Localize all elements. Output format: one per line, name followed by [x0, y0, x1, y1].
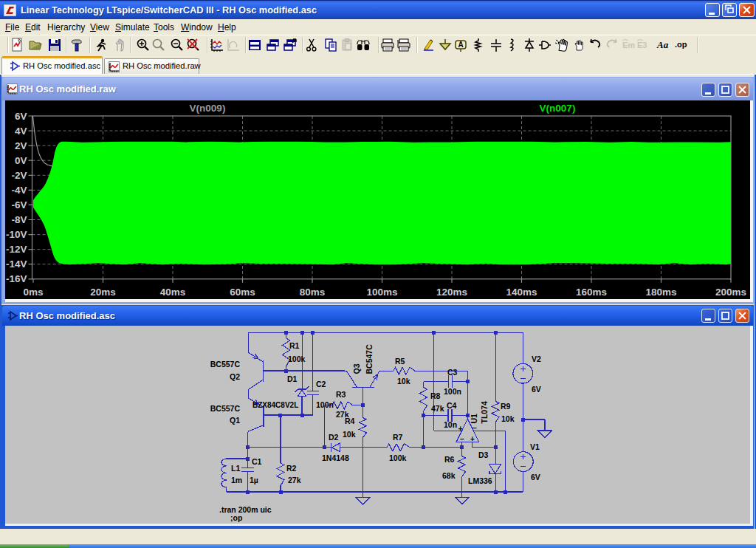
svg-text:1µ: 1µ: [250, 476, 258, 484]
svg-text:A: A: [458, 41, 463, 49]
svg-text:-4V: -4V: [11, 185, 27, 196]
svg-text:Q3: Q3: [352, 363, 361, 374]
svg-text:R1: R1: [289, 341, 300, 350]
svg-text:L1: L1: [231, 464, 240, 473]
svg-text:100ms: 100ms: [366, 287, 397, 298]
svg-text:BZX84C8V2L: BZX84C8V2L: [252, 401, 298, 409]
svg-text:R8: R8: [430, 391, 441, 400]
svg-text:6V: 6V: [532, 385, 541, 394]
svg-text:100k: 100k: [389, 453, 407, 462]
svg-text:200ms: 200ms: [715, 287, 746, 298]
svg-text:120ms: 120ms: [436, 287, 467, 298]
svg-text:D1: D1: [287, 374, 298, 383]
svg-text:Em: Em: [622, 41, 635, 49]
svg-text:-8V: -8V: [11, 214, 27, 225]
svg-text:;op: ;op: [230, 513, 242, 522]
svg-text:+: +: [458, 425, 463, 433]
svg-text:C1: C1: [252, 457, 262, 466]
svg-text:R9: R9: [501, 402, 511, 411]
svg-text:60ms: 60ms: [230, 287, 255, 298]
svg-text:0V: 0V: [15, 155, 27, 166]
svg-text:40ms: 40ms: [160, 287, 186, 298]
svg-text:47k: 47k: [431, 404, 444, 413]
svg-text:100n: 100n: [444, 387, 461, 396]
svg-text:D2: D2: [329, 433, 339, 442]
svg-text:160ms: 160ms: [576, 287, 607, 298]
svg-text:1N4148: 1N4148: [322, 453, 349, 462]
svg-text:V1: V1: [530, 442, 540, 451]
svg-text:TL074: TL074: [480, 401, 489, 424]
svg-text:6V: 6V: [15, 111, 27, 122]
svg-text:C4: C4: [447, 401, 457, 410]
svg-text:LM336: LM336: [468, 476, 492, 485]
svg-text:BC557C: BC557C: [210, 404, 241, 413]
svg-text:-16V: -16V: [6, 273, 27, 284]
svg-text:10k: 10k: [397, 377, 410, 386]
svg-text:R5: R5: [395, 357, 405, 366]
svg-text:-12V: -12V: [6, 244, 27, 255]
svg-text:20ms: 20ms: [90, 287, 116, 298]
svg-text:E3: E3: [637, 41, 647, 49]
svg-text:140ms: 140ms: [506, 287, 537, 298]
svg-text:−: −: [460, 435, 464, 443]
svg-text:-10V: -10V: [6, 229, 27, 240]
svg-text:-2V: -2V: [11, 170, 27, 181]
svg-text:Q1: Q1: [230, 416, 240, 425]
svg-text:V2: V2: [532, 355, 541, 363]
svg-text:.op: .op: [675, 40, 687, 49]
svg-text:6V: 6V: [531, 473, 540, 482]
svg-text:V(n009): V(n009): [190, 103, 226, 114]
svg-text:0ms: 0ms: [23, 287, 43, 298]
svg-text:4V: 4V: [15, 126, 27, 137]
svg-text:100n: 100n: [316, 400, 334, 409]
svg-text:10k: 10k: [343, 430, 356, 439]
svg-text:C2: C2: [316, 380, 326, 388]
svg-text:2V: 2V: [15, 140, 27, 151]
svg-text:1m: 1m: [231, 476, 242, 484]
svg-text:R3: R3: [336, 390, 346, 399]
svg-text:10k: 10k: [501, 414, 515, 423]
svg-text:R7: R7: [393, 433, 403, 442]
svg-text:R6: R6: [444, 455, 455, 464]
svg-text:27k: 27k: [288, 476, 301, 484]
svg-text:−: −: [472, 424, 477, 432]
svg-text:V(n007): V(n007): [540, 103, 576, 114]
svg-text:C3: C3: [447, 368, 458, 377]
svg-text:Q2: Q2: [230, 372, 240, 381]
svg-text:R2: R2: [286, 464, 297, 473]
svg-text:BC547C: BC547C: [365, 344, 374, 374]
svg-text:-6V: -6V: [11, 199, 27, 210]
svg-text:.tran 200m uic: .tran 200m uic: [219, 505, 272, 514]
svg-text:BC557C: BC557C: [210, 360, 241, 369]
svg-text:U1: U1: [470, 414, 478, 424]
svg-text:Aa: Aa: [656, 39, 669, 50]
svg-text:+: +: [470, 435, 475, 443]
svg-text:68k: 68k: [442, 471, 456, 480]
svg-text:100k: 100k: [288, 355, 306, 363]
svg-text:R4: R4: [345, 417, 355, 425]
svg-text:180ms: 180ms: [645, 287, 676, 298]
svg-text:D3: D3: [478, 451, 489, 459]
svg-text:-14V: -14V: [6, 258, 27, 270]
svg-text:80ms: 80ms: [300, 287, 326, 298]
svg-text:10n: 10n: [444, 420, 457, 429]
